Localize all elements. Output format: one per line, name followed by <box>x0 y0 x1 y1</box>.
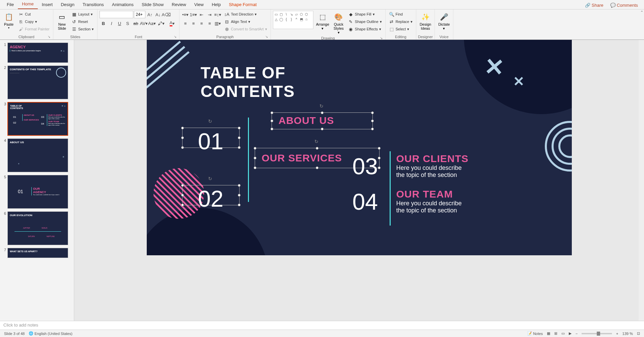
tab-review[interactable]: Review <box>168 1 190 9</box>
notes-pane[interactable]: Click to add notes <box>0 321 644 330</box>
columns-button[interactable]: ▥▾ <box>214 20 221 27</box>
toc-desc[interactable]: Here you could describe <box>396 200 462 207</box>
share-button[interactable]: 🔗 Share <box>582 1 607 9</box>
reset-button[interactable]: ↺Reset <box>70 18 95 25</box>
italic-button[interactable]: I <box>108 20 115 27</box>
toc-heading-clients[interactable]: OUR CLIENTS <box>396 153 469 164</box>
zoom-out-button[interactable]: − <box>573 332 580 336</box>
slide-thumbnail-2[interactable]: CONTENTS OF THIS TEMPLATE ────────── <box>7 66 68 99</box>
shape-effects-button[interactable]: ◉Shape Effects ▾ <box>347 26 383 32</box>
slide-title[interactable]: TABLE OFCONTENTS <box>201 63 295 101</box>
tab-design[interactable]: Design <box>57 1 78 9</box>
shape-outline-button[interactable]: ✎Shape Outline ▾ <box>347 18 383 25</box>
slide-thumbnail-5[interactable]: 01 OUR AGENCY You could enter a subtitle… <box>7 175 68 209</box>
shape-fill-button[interactable]: ◆Shape Fill ▾ <box>347 11 383 18</box>
decrease-font-icon[interactable]: A↓ <box>154 11 162 18</box>
toc-desc[interactable]: the topic of the section <box>396 172 469 179</box>
toc-desc[interactable]: the topic of the section <box>396 207 462 214</box>
selected-text-box-01[interactable]: ↻ 01 <box>182 128 240 148</box>
convert-smartart-button[interactable]: ⬢Convert to SmartArt ▾ <box>223 26 268 32</box>
rotate-handle-icon[interactable]: ↻ <box>319 103 325 109</box>
slide-thumbnail-4[interactable]: ABOUT US ✕ ✕ <box>7 138 68 172</box>
format-painter-button[interactable]: 🖌Format Painter <box>17 26 51 32</box>
zoom-in-button[interactable]: + <box>614 332 620 336</box>
bullets-button[interactable]: •≡▾ <box>181 11 189 18</box>
toc-heading-team[interactable]: OUR TEAM <box>396 188 462 200</box>
slide-canvas[interactable]: ✕ ✕ TABLE OFCONTENTS ↻ 01 <box>147 40 572 255</box>
tab-animations[interactable]: Animations <box>108 1 138 9</box>
rotate-handle-icon[interactable]: ↻ <box>208 119 214 124</box>
shadow-button[interactable]: S <box>124 20 131 27</box>
selected-text-box-about[interactable]: ↻ ABOUT US <box>272 112 373 129</box>
status-slide-info[interactable]: Slide 3 of 48 <box>2 332 27 336</box>
launcher-font[interactable]: ↘ <box>173 35 177 39</box>
launcher-clipboard[interactable]: ↘ <box>47 35 51 39</box>
comments-button[interactable]: 💬 Comments <box>607 1 641 9</box>
align-right-button[interactable]: ≡ <box>198 20 205 27</box>
view-reading-button[interactable]: ▭ <box>559 331 567 336</box>
justify-button[interactable]: ≡ <box>206 20 213 27</box>
tab-view[interactable]: View <box>190 1 208 9</box>
slide-thumbnail-7[interactable]: WHAT SETS US APART? <box>7 248 68 258</box>
align-center-button[interactable]: ≡ <box>190 20 197 27</box>
paste-button[interactable]: 📋 Paste ▾ <box>2 11 16 30</box>
highlight-button[interactable]: 🖍▾ <box>156 20 166 27</box>
view-slideshow-button[interactable]: ▶ <box>567 331 573 336</box>
selected-text-box-02[interactable]: ↻ 02 <box>182 185 240 205</box>
view-sorter-button[interactable]: ⊞ <box>552 331 559 336</box>
text-direction-button[interactable]: ↕AText Direction ▾ <box>223 11 268 18</box>
collapse-ribbon-button[interactable]: ⌃ <box>640 9 644 15</box>
underline-button[interactable]: U <box>116 20 123 27</box>
strike-button[interactable]: ab <box>132 20 139 27</box>
font-color-button[interactable]: A▾ <box>167 20 177 27</box>
align-left-button[interactable]: ≡ <box>181 20 189 27</box>
fit-to-window-button[interactable]: ⊡ <box>635 331 642 336</box>
shapes-gallery[interactable]: ▭▢\↘▱⬠⬡ △◯{}^⬒☆ <box>273 11 313 29</box>
zoom-level[interactable]: 139 % <box>620 332 635 336</box>
tab-slideshow[interactable]: Slide Show <box>138 1 168 9</box>
status-notes-button[interactable]: 📝 Notes <box>525 331 545 336</box>
copy-button[interactable]: ⎘Copy ▾ <box>17 18 51 25</box>
dictate-button[interactable]: 🎤 Dictate▾ <box>437 11 451 31</box>
slide-thumbnail-6[interactable]: OUR EVOLUTION JUPITER VENUS SATURN NEPTU… <box>7 211 68 245</box>
slide-thumbnail-3[interactable]: TABLE OFCONTENTS 01 02 ABOUT US OUR SERV… <box>7 102 68 136</box>
dec-indent-button[interactable]: ⇤ <box>198 11 205 18</box>
section-button[interactable]: ☰Section ▾ <box>70 26 95 32</box>
toc-desc[interactable]: Here you could describe <box>396 164 469 172</box>
clear-format-icon[interactable]: A⌫ <box>162 11 170 18</box>
new-slide-button[interactable]: ▭ New Slide <box>55 11 69 31</box>
tab-transitions[interactable]: Transitions <box>79 1 108 9</box>
vertical-scrollbar[interactable] <box>639 40 644 321</box>
slide-thumbnails-panel[interactable]: 1 AGENCY Here is where your presentation… <box>0 40 74 321</box>
tab-insert[interactable]: Insert <box>38 1 57 9</box>
numbering-button[interactable]: 1≡▾ <box>190 11 197 18</box>
select-button[interactable]: ⬚Select ▾ <box>388 26 414 32</box>
tab-shape-format[interactable]: Shape Format <box>225 1 260 9</box>
rotate-handle-icon[interactable]: ↻ <box>314 139 320 144</box>
arrange-button[interactable]: ⬚ Arrange▾ <box>315 11 331 31</box>
status-language[interactable]: 🌐 English (United States) <box>27 331 75 336</box>
change-case-button[interactable]: Aa▾ <box>148 20 156 27</box>
slide-thumbnail-1[interactable]: AGENCY Here is where your presentation b… <box>7 43 68 63</box>
bold-button[interactable]: B <box>100 20 107 27</box>
layout-button[interactable]: ▦Layout ▾ <box>70 11 95 18</box>
tab-file[interactable]: File <box>3 1 18 9</box>
design-ideas-button[interactable]: ✨ Design Ideas <box>418 11 432 31</box>
rotate-handle-icon[interactable]: ↻ <box>208 176 214 181</box>
line-spacing-button[interactable]: ≡↕▾ <box>214 11 221 18</box>
replace-button[interactable]: ⇄Replace ▾ <box>388 18 414 25</box>
find-button[interactable]: 🔍Find <box>388 11 414 18</box>
align-text-button[interactable]: ⊟Align Text ▾ <box>223 18 268 25</box>
cut-button[interactable]: ✂Cut <box>17 11 51 18</box>
tab-help[interactable]: Help <box>208 1 225 9</box>
tab-home[interactable]: Home <box>18 0 38 9</box>
font-name-input[interactable] <box>100 11 133 18</box>
view-normal-button[interactable]: ▦ <box>545 331 552 336</box>
launcher-paragraph[interactable]: ↘ <box>264 35 269 39</box>
zoom-slider[interactable] <box>582 333 612 334</box>
font-size-input[interactable] <box>134 11 145 18</box>
increase-font-icon[interactable]: A↑ <box>146 11 153 18</box>
char-spacing-button[interactable]: AV▾ <box>140 20 147 27</box>
inc-indent-button[interactable]: ⇥ <box>206 11 213 18</box>
quick-styles-button[interactable]: 🎨 Quick Styles▾ <box>332 11 345 35</box>
